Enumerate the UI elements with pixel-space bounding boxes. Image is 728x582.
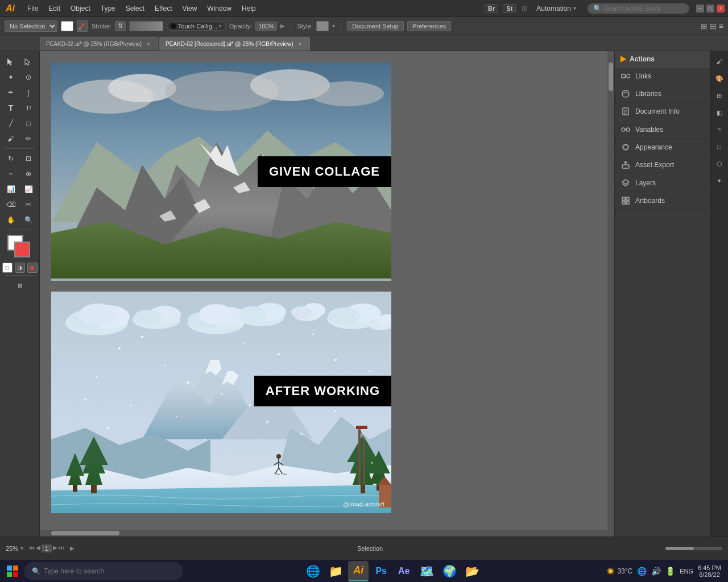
preferences-button[interactable]: Preferences	[407, 21, 451, 31]
opacity-input[interactable]: 100%	[255, 22, 277, 31]
layers-panel-item[interactable]: Layers	[615, 174, 710, 192]
screen-mode[interactable]: ◑	[15, 263, 25, 273]
brush-icon[interactable]	[77, 20, 88, 32]
icon-sb-star[interactable]: ✦	[712, 173, 727, 189]
selection-tool[interactable]	[3, 55, 19, 69]
tab-1-close[interactable]: ×	[297, 41, 304, 48]
scroll-thumb[interactable]	[609, 63, 613, 91]
rect-tool[interactable]: □	[20, 116, 37, 131]
selection-dropdown[interactable]: No Selection	[5, 20, 57, 32]
language-indicator[interactable]: ENG	[680, 568, 693, 575]
network-icon[interactable]: 🌐	[637, 567, 647, 576]
column-graph-tool[interactable]: 📊	[3, 182, 19, 197]
menu-view[interactable]: View	[178, 3, 202, 14]
knife-tool[interactable]: ✂	[20, 197, 37, 212]
zoom-control[interactable]: 25% ▾	[6, 545, 23, 552]
page-first-arrow[interactable]: ⏮	[29, 544, 35, 552]
actions-play-icon[interactable]	[621, 56, 626, 63]
play-icon[interactable]: ▶	[70, 545, 75, 551]
background-color[interactable]	[14, 242, 30, 257]
tab-0[interactable]: PEAKD-02.ai* @ 25% (RGB/Preview) ×	[40, 37, 158, 51]
full-screen[interactable]: ▣	[27, 263, 38, 273]
puppet-tool[interactable]: ⊕	[20, 167, 37, 181]
page-last-arrow[interactable]: ⏭	[59, 544, 64, 552]
direct-selection-tool[interactable]	[20, 55, 37, 69]
bridge-button[interactable]: Br	[485, 4, 498, 13]
taskbar-folder[interactable]: 📁	[325, 561, 346, 581]
lasso-tool[interactable]: ⊙	[20, 70, 37, 85]
tab-1[interactable]: PEAKD-02 [Recovered].ai* @ 25% (RGB/Prev…	[159, 37, 310, 51]
asset-export-panel-item[interactable]: Asset Export	[615, 156, 710, 174]
menu-select[interactable]: Select	[121, 3, 149, 14]
menu-edit[interactable]: Edit	[44, 3, 65, 14]
stock-search-input[interactable]	[604, 5, 684, 12]
warp-tool[interactable]: ~	[3, 167, 19, 181]
vertical-scrollbar[interactable]	[607, 51, 614, 537]
page-number[interactable]: 1	[42, 544, 52, 552]
pen-tool[interactable]: ✒	[3, 85, 19, 100]
stock-search[interactable]: 🔍	[588, 3, 689, 14]
taskbar-aftereffects[interactable]: Ae	[394, 561, 414, 581]
hand-tool[interactable]: ✋	[3, 213, 19, 227]
line-tool[interactable]: ╱	[3, 116, 19, 131]
canvas-area[interactable]: GIVEN COLLAGE	[40, 51, 614, 537]
brush-selector[interactable]: Touch Callig... ▾	[167, 22, 226, 31]
page-next-arrow[interactable]: ▶	[53, 544, 57, 552]
artboards-panel-item[interactable]: Artboards	[615, 192, 710, 210]
icon-sb-grid[interactable]: ⊞	[712, 88, 727, 103]
document-info-panel-item[interactable]: Document Info	[615, 103, 710, 120]
links-panel-item[interactable]: Links	[615, 68, 710, 85]
taskbar-chrome[interactable]: 🌍	[439, 561, 460, 581]
icon-sb-brush[interactable]: 🖌	[712, 53, 727, 69]
menu-file[interactable]: File	[23, 3, 43, 14]
menu-window[interactable]: Window	[202, 3, 236, 14]
taskbar-explorer[interactable]: 🌐	[303, 561, 323, 581]
arrange-icon[interactable]: ⊞	[701, 22, 708, 31]
appearance-panel-item[interactable]: Appearance	[615, 139, 710, 156]
close-button[interactable]: ×	[717, 5, 725, 13]
rotate-tool[interactable]: ↻	[3, 151, 19, 166]
icon-sb-rect[interactable]: □	[712, 139, 727, 155]
battery-icon[interactable]: 🔋	[665, 567, 675, 576]
more-options-icon[interactable]: ≡	[719, 22, 723, 31]
stock-button[interactable]: St	[503, 4, 516, 13]
icon-sb-layers[interactable]: ◧	[712, 105, 727, 120]
taskbar-search[interactable]: 🔍	[24, 562, 183, 580]
restore-button[interactable]: □	[706, 5, 714, 13]
tab-0-close[interactable]: ×	[145, 41, 152, 48]
horizontal-scrollbar[interactable]	[40, 530, 607, 537]
start-button[interactable]	[2, 561, 23, 581]
pencil-tool[interactable]: ✏	[20, 131, 37, 146]
eraser-tool[interactable]: ⌫	[3, 197, 19, 212]
bar-graph-tool[interactable]: 📈	[20, 182, 37, 197]
artboard-nav-tool[interactable]: ⊞	[3, 278, 37, 293]
style-swatch[interactable]	[316, 21, 329, 31]
automation-button[interactable]: Automation ▾	[532, 3, 581, 14]
icon-sb-list[interactable]: ≡	[712, 122, 727, 138]
taskbar-files[interactable]: 📂	[462, 561, 482, 581]
zoom-dropdown-icon[interactable]: ▾	[20, 545, 23, 551]
normal-mode[interactable]: □	[2, 263, 13, 273]
minimize-button[interactable]: −	[696, 5, 704, 13]
taskbar-photoshop[interactable]: Ps	[371, 561, 391, 581]
menu-help[interactable]: Help	[237, 3, 260, 14]
magic-wand-tool[interactable]: ✦	[3, 70, 19, 85]
paintbrush-tool[interactable]: 🖌	[3, 131, 19, 146]
fill-swatch[interactable]	[61, 21, 73, 31]
taskbar-search-input[interactable]	[44, 567, 158, 575]
icon-sb-palette[interactable]: 🎨	[712, 70, 727, 86]
menu-effect[interactable]: Effect	[150, 3, 176, 14]
icon-sb-shape[interactable]: ⬡	[712, 156, 727, 172]
taskbar-illustrator[interactable]: Ai	[348, 561, 369, 581]
taskbar-maps[interactable]: 🗺️	[416, 561, 437, 581]
volume-icon[interactable]: 🔊	[651, 567, 661, 576]
variables-panel-item[interactable]: Variables	[615, 121, 710, 139]
scale-tool[interactable]: ⊡	[20, 151, 37, 166]
h-scroll-thumb[interactable]	[51, 531, 119, 535]
page-prev-arrow[interactable]: ◀	[36, 544, 40, 552]
zoom-tool[interactable]: 🔍	[20, 213, 37, 227]
menu-object[interactable]: Object	[66, 3, 95, 14]
libraries-panel-item[interactable]: Libraries	[615, 85, 710, 103]
system-clock[interactable]: 6:45 PM 6/28/22	[698, 564, 721, 578]
type-tool[interactable]: T	[3, 101, 19, 115]
